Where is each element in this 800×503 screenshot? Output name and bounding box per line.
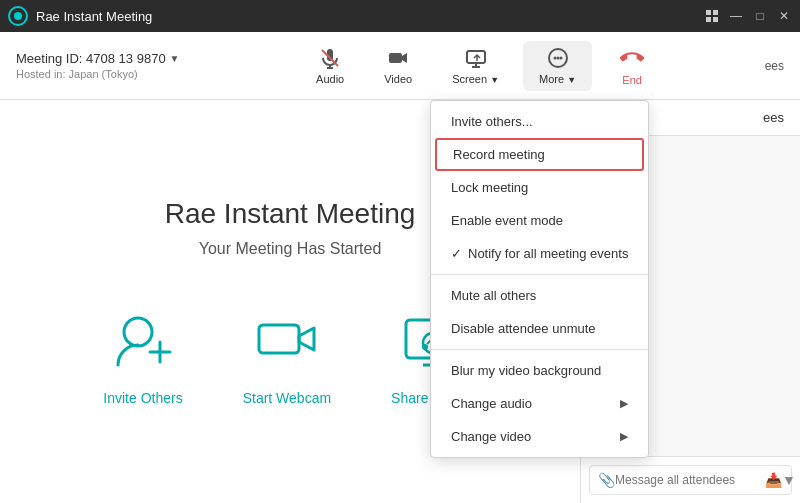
toolbar: Meeting ID: 4708 13 9870 ▼ Hosted in: Ja… xyxy=(0,32,800,100)
dropdown-item-change-audio[interactable]: Change audio ▶ xyxy=(431,387,648,420)
more-label: More ▼ xyxy=(539,73,576,85)
svg-rect-3 xyxy=(713,10,718,15)
app-title: Rae Instant Meeting xyxy=(36,9,152,24)
change-audio-arrow-icon: ▶ xyxy=(620,397,628,410)
svg-rect-22 xyxy=(259,325,299,353)
audio-label: Audio xyxy=(316,73,344,85)
attachment-icon[interactable]: 📎 xyxy=(598,472,615,488)
svg-rect-4 xyxy=(706,17,711,22)
more-icon xyxy=(547,47,569,69)
dropdown-item-disable-unmute[interactable]: Disable attendee unmute xyxy=(431,312,648,345)
end-call-icon xyxy=(620,46,644,70)
webcam-icon xyxy=(252,308,322,378)
svg-point-19 xyxy=(124,318,152,346)
dropdown-separator-2 xyxy=(431,349,648,350)
video-label: Video xyxy=(384,73,412,85)
video-icon xyxy=(387,47,409,69)
attendees-label: ees xyxy=(765,59,784,73)
message-input-area: 📎 📥 ▼ xyxy=(581,456,800,503)
invite-icon xyxy=(108,308,178,378)
screen-icon xyxy=(465,47,487,69)
end-button[interactable]: End xyxy=(600,40,664,92)
svg-point-18 xyxy=(559,56,562,59)
meeting-id[interactable]: Meeting ID: 4708 13 9870 ▼ xyxy=(16,51,180,66)
minimize-icon[interactable]: — xyxy=(728,8,744,24)
video-button[interactable]: Video xyxy=(368,41,428,91)
svg-point-26 xyxy=(422,344,428,350)
dropdown-item-mute-all[interactable]: Mute all others xyxy=(431,279,648,312)
meeting-title: Rae Instant Meeting xyxy=(165,198,416,230)
main-area: Rae Instant Meeting Your Meeting Has Sta… xyxy=(0,100,800,503)
toolbar-buttons: Audio Video Scr xyxy=(200,40,765,92)
invite-others-label: Invite Others xyxy=(103,390,182,406)
svg-rect-2 xyxy=(706,10,711,15)
dropdown-item-invite[interactable]: Invite others... xyxy=(431,105,648,138)
start-webcam-button[interactable]: Start Webcam xyxy=(243,308,331,406)
invite-others-button[interactable]: Invite Others xyxy=(103,308,182,406)
meeting-subtitle: Your Meeting Has Started xyxy=(199,240,382,258)
grid-icon[interactable] xyxy=(704,8,720,24)
svg-point-16 xyxy=(553,56,556,59)
svg-point-17 xyxy=(556,56,559,59)
dropdown-item-change-video[interactable]: Change video ▶ xyxy=(431,420,648,453)
action-buttons: Invite Others Start Webcam xyxy=(103,308,476,406)
audio-muted-icon xyxy=(319,47,341,69)
more-dropdown-menu: Invite others... Record meeting Lock mee… xyxy=(430,100,649,458)
close-icon[interactable]: ✕ xyxy=(776,8,792,24)
title-bar-controls: — □ ✕ xyxy=(704,8,792,24)
message-input-box: 📎 📥 ▼ xyxy=(589,465,792,495)
dropdown-item-blur[interactable]: Blur my video background xyxy=(431,354,648,387)
dropdown-separator-1 xyxy=(431,274,648,275)
app-logo xyxy=(8,6,28,26)
start-webcam-label: Start Webcam xyxy=(243,390,331,406)
more-button[interactable]: More ▼ xyxy=(523,41,592,91)
dropdown-item-event-mode[interactable]: Enable event mode xyxy=(431,204,648,237)
meeting-info: Meeting ID: 4708 13 9870 ▼ Hosted in: Ja… xyxy=(16,51,180,80)
message-input[interactable] xyxy=(615,473,765,487)
dropdown-item-lock[interactable]: Lock meeting xyxy=(431,171,648,204)
dropdown-item-record[interactable]: Record meeting xyxy=(435,138,644,171)
change-video-arrow-icon: ▶ xyxy=(620,430,628,443)
maximize-icon[interactable]: □ xyxy=(752,8,768,24)
screen-label: Screen ▼ xyxy=(452,73,499,85)
screen-button[interactable]: Screen ▼ xyxy=(436,41,515,91)
emoji-icon[interactable]: ▼ xyxy=(782,472,796,488)
svg-point-1 xyxy=(14,12,22,20)
svg-rect-10 xyxy=(389,53,402,63)
end-label: End xyxy=(622,74,642,86)
title-bar-left: Rae Instant Meeting xyxy=(8,6,152,26)
title-bar: Rae Instant Meeting — □ ✕ xyxy=(0,0,800,32)
chevron-down-icon: ▼ xyxy=(170,53,180,64)
svg-rect-5 xyxy=(713,17,718,22)
send-icon[interactable]: 📥 xyxy=(765,472,782,488)
dropdown-item-notify[interactable]: Notify for all meeting events xyxy=(431,237,648,270)
meeting-hosted: Hosted in: Japan (Tokyo) xyxy=(16,68,180,80)
audio-button[interactable]: Audio xyxy=(300,41,360,91)
